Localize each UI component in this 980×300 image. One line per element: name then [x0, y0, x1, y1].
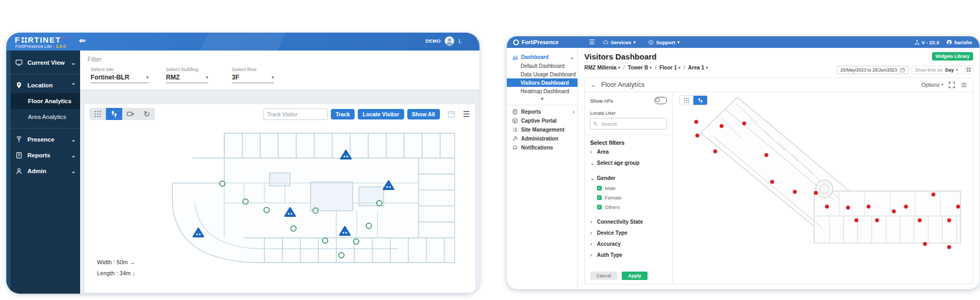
user-avatar[interactable]	[445, 36, 454, 46]
floor-map-panel: ↻ Track Locate Visitor Show All ☰	[84, 104, 475, 293]
add-dashboard-button[interactable]: +	[507, 95, 577, 103]
filter-group-gender[interactable]: ⌄ Gender	[590, 173, 667, 183]
widgets-library-button[interactable]: Widgets Library	[932, 52, 973, 61]
cancel-button[interactable]: Cancel	[590, 272, 618, 280]
chevron-down-icon: ⌄	[570, 54, 574, 60]
menu-item-heatmap-dashboard[interactable]: Heatmap Dashboard	[507, 87, 577, 95]
visitor-dot[interactable]	[793, 190, 797, 194]
gender-option-others[interactable]: ✓ Others	[590, 202, 667, 212]
floor-select[interactable]: 3F ▾	[232, 74, 274, 83]
visitor-dot[interactable]	[713, 149, 717, 153]
visitor-marker[interactable]	[219, 181, 226, 187]
nav-services[interactable]: Services ▾	[603, 39, 635, 45]
sidebar-item-reports[interactable]: Reports ⌄	[6, 147, 80, 163]
visitor-marker[interactable]	[242, 198, 249, 205]
filter-group-device-type[interactable]: › Device Type	[590, 228, 667, 238]
visitor-dot[interactable]	[765, 153, 768, 157]
options-dropdown[interactable]: Options ▾	[922, 82, 943, 88]
visitor-marker[interactable]	[322, 237, 328, 244]
chevron-right-icon: ›	[590, 219, 594, 225]
user-menu[interactable]: harishv	[946, 39, 972, 45]
visitor-marker[interactable]	[290, 225, 297, 232]
refresh-icon: ↻	[143, 110, 150, 118]
calendar-icon[interactable]	[447, 110, 456, 118]
grid-view-button[interactable]	[680, 96, 693, 105]
search-input[interactable]	[600, 121, 664, 127]
gender-option-female[interactable]: ✓ Female	[590, 193, 667, 202]
visitor-dot[interactable]	[875, 218, 879, 222]
menu-item-dashboard[interactable]: Dashboard ⌄	[507, 52, 577, 62]
gender-option-male[interactable]: ✓ Male	[590, 183, 667, 193]
collapse-sidebar-icon[interactable]: ⇐	[79, 36, 86, 45]
visitor-marker[interactable]	[366, 223, 372, 229]
breadcrumb-site[interactable]: RMZ Millenia▾	[584, 65, 620, 71]
sidebar-item-location[interactable]: Location ⌃	[6, 77, 80, 93]
sidebar-item-current-view[interactable]: Current View ⌄	[6, 55, 80, 71]
visitor-dot[interactable]	[770, 180, 774, 184]
menu-item-site-management[interactable]: Site Management	[507, 125, 577, 134]
ap-marker[interactable]	[340, 149, 352, 159]
map-menu-icon[interactable]: ☰	[463, 109, 470, 119]
visitor-dot[interactable]	[956, 205, 960, 208]
ap-marker[interactable]	[284, 207, 296, 217]
visitor-dot[interactable]	[923, 242, 927, 246]
show-time-as-select[interactable]: Show time as: Day ▾	[912, 66, 962, 74]
filter-group-area[interactable]: › Area	[590, 147, 667, 157]
visitor-dot[interactable]	[825, 205, 829, 208]
breadcrumb-building[interactable]: Tower B▾	[628, 65, 651, 71]
locate-user-label: Locate User	[590, 111, 667, 116]
building-select[interactable]: RMZ ▾	[166, 74, 208, 83]
sidebar-item-presence[interactable]: Presence ⌄	[6, 132, 80, 147]
sidebar-item-admin[interactable]: Admin ⌄	[6, 163, 80, 179]
nav-support[interactable]: Support ▾	[648, 39, 679, 45]
ap-marker[interactable]	[383, 180, 395, 190]
locate-visitor-button[interactable]: Locate Visitor	[358, 109, 404, 119]
visitor-marker[interactable]	[376, 200, 383, 206]
filter-group-auth-type[interactable]: › Auth Type	[590, 250, 667, 260]
camera-view-button[interactable]	[122, 108, 139, 120]
date-range-picker[interactable]: 26/May/2023 to 25/Jun/2023	[837, 66, 909, 74]
grid-view-button[interactable]	[90, 108, 106, 120]
menu-item-default-dashboard[interactable]: Default Dashboard	[507, 62, 577, 70]
ap-marker[interactable]	[192, 227, 204, 237]
back-arrow-icon[interactable]: ←	[590, 81, 597, 89]
footprints-view-button[interactable]	[106, 108, 122, 120]
fortinet-logo-text-rest: RTINET	[28, 35, 61, 44]
visitor-dot[interactable]	[855, 218, 858, 222]
track-button[interactable]: Track	[331, 109, 355, 119]
ap-marker[interactable]	[339, 226, 351, 236]
visitor-dot[interactable]	[867, 205, 870, 208]
caret-down-icon: ▾	[196, 75, 208, 80]
sidebar-item-area-analytics[interactable]: Area Analytics	[6, 109, 80, 125]
menu-item-reports[interactable]: Reports ›	[507, 107, 577, 116]
fullscreen-icon[interactable]	[948, 82, 955, 88]
show-all-button[interactable]: Show All	[407, 109, 440, 119]
menu-item-visitors-dashboard[interactable]: Visitors Dashboard	[507, 78, 577, 87]
filter-group-connectivity[interactable]: › Connectivity State	[590, 217, 667, 227]
site-select[interactable]: Fortinet-BLR ▾	[91, 74, 149, 83]
menu-item-administration[interactable]: Administration	[507, 134, 577, 143]
menu-hamburger-icon[interactable]: ☰	[589, 38, 595, 46]
visitor-marker[interactable]	[263, 207, 270, 213]
visitor-dot[interactable]	[814, 191, 818, 195]
footprints-view-button[interactable]	[693, 96, 707, 105]
view-switcher-icon[interactable]	[964, 65, 973, 74]
menu-item-captive-portal[interactable]: Captive Portal	[507, 116, 577, 125]
apply-button[interactable]: Apply	[622, 272, 648, 280]
filter-group-age[interactable]: ⌄ Select age group	[590, 158, 667, 168]
breadcrumb-floor[interactable]: Floor 1▾	[659, 65, 680, 71]
visitor-marker[interactable]	[353, 238, 359, 245]
menu-item-data-usage-dashboard[interactable]: Data Usage Dashboard	[507, 70, 577, 78]
visitor-dot[interactable]	[904, 205, 908, 208]
menu-item-notifications[interactable]: Notifications	[507, 143, 577, 152]
breadcrumb-area[interactable]: Area 1▾	[688, 65, 708, 71]
visitor-dot[interactable]	[947, 245, 951, 249]
chevron-right-icon: ›	[573, 109, 574, 115]
refresh-button[interactable]: ↻	[139, 108, 155, 120]
sidebar-item-floor-analytics[interactable]: Floor Analytics	[6, 93, 80, 109]
filter-group-accuracy[interactable]: › Accuracy	[590, 239, 667, 249]
list-options-icon[interactable]	[961, 82, 967, 88]
show-aps-toggle[interactable]	[654, 97, 667, 104]
track-visitor-input[interactable]	[263, 108, 328, 120]
visitor-marker[interactable]	[312, 207, 319, 214]
